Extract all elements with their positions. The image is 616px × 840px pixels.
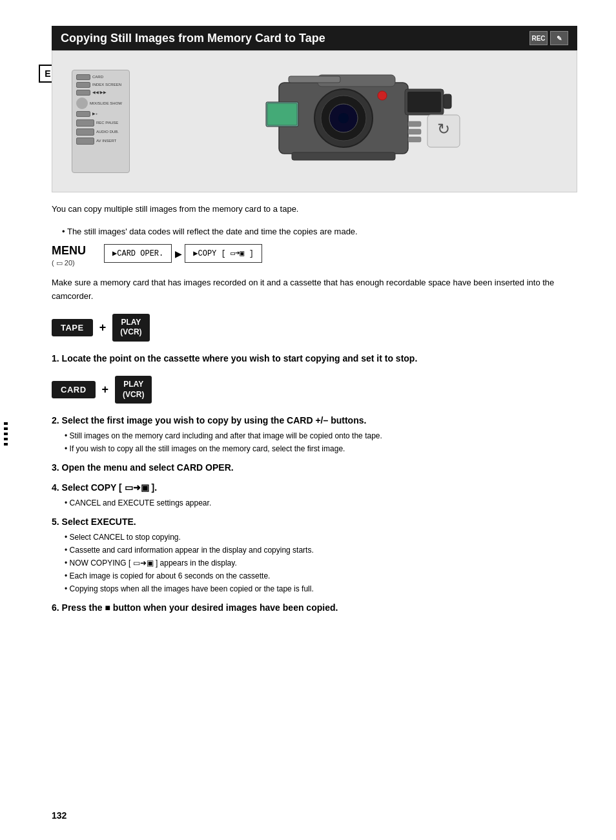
side-label-container: Using a Memory Card (4, 420, 15, 562)
intro-line1: You can copy multiple still images from … (52, 203, 577, 216)
camera-body: ↻ (143, 63, 557, 179)
step-5-bullet-3: NOW COPYING [ ▭➜▣ ] appears in the displ… (65, 557, 577, 569)
card-ctrl-btn (76, 74, 90, 80)
instruction-text: Make sure a memory card that has images … (52, 276, 577, 303)
svg-point-4 (338, 113, 349, 123)
rec-icon: REC (529, 31, 548, 45)
page-title: Copying Still Images from Memory Card to… (61, 32, 325, 45)
menu-step-arrow: ▶ (172, 247, 185, 260)
side-line-3 (4, 433, 8, 435)
side-decoration-lines (4, 420, 8, 562)
step-2-bullet-2: If you wish to copy all the still images… (65, 443, 577, 455)
side-line-1 (4, 422, 8, 425)
play-vcr-button-2[interactable]: PLAY (VCR) (115, 376, 152, 404)
plus-sign-2: + (102, 383, 109, 396)
tape-button[interactable]: TAPE (52, 319, 93, 336)
plus-sign-1: + (99, 321, 107, 334)
tape-play-combo: TAPE + PLAY (VCR) (52, 314, 577, 342)
step-6-header: 6. Press the ■ button when your desired … (52, 601, 577, 615)
page-number: 132 (52, 810, 67, 821)
step-4-bullet-1: CANCEL and EXECUTE settings appear. (65, 497, 577, 509)
step-2-bullet-1: Still images on the memory card includin… (65, 430, 577, 442)
audio-dub-ctrl-btn (76, 128, 94, 136)
play-plus-ctrl-btn (76, 111, 90, 117)
side-line-5 (4, 443, 8, 446)
step-3: 3. Open the menu and select CARD OPER. (52, 461, 577, 475)
step-5-header: 5. Select EXECUTE. (52, 515, 577, 529)
step-5: 5. Select EXECUTE. Select CANCEL to stop… (52, 515, 577, 595)
menu-steps: ▶CARD OPER. ▶ ▶COPY [ ▭➜▣ ] (104, 244, 262, 263)
control-panel: CARD INDEX SCREEN ◀◀/▶▶ MIX/SLIDE SHOW ▶… (72, 70, 130, 173)
menu-sub: ( ▭ 20) (52, 259, 95, 267)
intro-bullet: The still images' data codes will reflec… (62, 225, 577, 238)
svg-rect-7 (444, 94, 451, 108)
page-header: Copying Still Images from Memory Card to… (52, 26, 577, 50)
step-5-bullet-2: Cassette and card information appear in … (65, 544, 577, 556)
step-2-header: 2. Select the first image you wish to co… (52, 414, 577, 427)
step-5-bullet-5: Copying stops when all the images have b… (65, 583, 577, 595)
side-line-2 (4, 427, 8, 430)
svg-rect-6 (407, 92, 441, 112)
step-1-header: 1. Locate the point on the cassette wher… (52, 352, 577, 365)
rewind-ctrl-btn (76, 90, 90, 96)
edit-icon: ✎ (550, 31, 568, 45)
play-vcr-button-1[interactable]: PLAY (VCR) (112, 314, 149, 342)
index-ctrl-btn (76, 82, 90, 88)
step-5-bullet-4: Each image is copied for about 6 seconds… (65, 570, 577, 582)
svg-rect-10 (267, 103, 297, 125)
card-play-combo: CARD + PLAY (VCR) (52, 376, 577, 404)
page-container: Copying Still Images from Memory Card to… (0, 0, 616, 840)
svg-rect-15 (408, 137, 421, 142)
menu-label: MENU (52, 244, 86, 258)
av-insert-ctrl-btn (76, 138, 94, 145)
camera-diagram-area: CARD INDEX SCREEN ◀◀/▶▶ MIX/SLIDE SHOW ▶… (52, 50, 577, 192)
header-icons: REC ✎ (529, 31, 568, 45)
svg-rect-13 (408, 121, 421, 127)
svg-text:↻: ↻ (437, 120, 450, 138)
svg-point-12 (378, 91, 387, 100)
step-3-header: 3. Open the menu and select CARD OPER. (52, 461, 577, 475)
step-5-bullet-1: Select CANCEL to stop copying. (65, 531, 577, 543)
svg-rect-11 (289, 76, 340, 83)
step-2: 2. Select the first image you wish to co… (52, 414, 577, 455)
menu-step-1: ▶CARD OPER. (104, 244, 172, 263)
camera-svg: ↻ (227, 70, 473, 173)
svg-rect-16 (292, 152, 395, 160)
side-line-4 (4, 438, 8, 440)
step-4: 4. Select COPY [ ▭➜▣ ]. CANCEL and EXECU… (52, 481, 577, 509)
step-4-header: 4. Select COPY [ ▭➜▣ ]. (52, 481, 577, 495)
svg-rect-14 (408, 129, 421, 134)
rec-pause-ctrl-btn (76, 119, 94, 127)
step-1: 1. Locate the point on the cassette wher… (52, 352, 577, 365)
menu-step-2: ▶COPY [ ▭➜▣ ] (185, 244, 262, 263)
dial-ctrl (76, 97, 88, 109)
card-button[interactable]: CARD (52, 381, 96, 398)
menu-section: MENU ( ▭ 20) ▶CARD OPER. ▶ ▶COPY [ ▭➜▣ ] (52, 244, 577, 267)
step-6: 6. Press the ■ button when your desired … (52, 601, 577, 615)
